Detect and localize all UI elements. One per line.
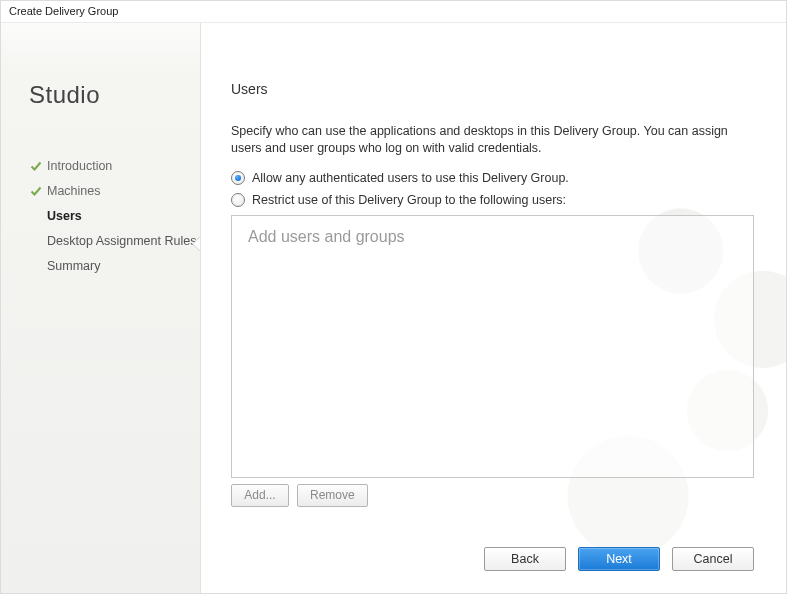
radio-icon <box>231 193 245 207</box>
check-icon <box>29 159 43 173</box>
window-title: Create Delivery Group <box>1 1 786 23</box>
list-placeholder: Add users and groups <box>248 228 405 245</box>
wizard-main-panel: Users Specify who can use the applicatio… <box>201 23 786 593</box>
radio-label: Allow any authenticated users to use thi… <box>252 171 569 185</box>
nav-step-summary[interactable]: Summary <box>29 259 201 273</box>
nav-label: Users <box>47 209 82 223</box>
radio-icon <box>231 171 245 185</box>
next-button[interactable]: Next <box>578 547 660 571</box>
nav-label: Desktop Assignment Rules <box>47 234 196 248</box>
wizard-body: Studio Introduction Machines Users Deskt… <box>1 23 786 593</box>
radio-restrict[interactable]: Restrict use of this Delivery Group to t… <box>231 193 754 207</box>
page-heading: Users <box>231 81 754 97</box>
page-instruction: Specify who can use the applications and… <box>231 123 741 157</box>
nav-step-users[interactable]: Users <box>29 209 201 223</box>
nav-step-introduction[interactable]: Introduction <box>29 159 201 173</box>
nav-label: Introduction <box>47 159 112 173</box>
brand-title: Studio <box>29 81 201 109</box>
user-list[interactable]: Add users and groups <box>231 215 754 478</box>
nav-label: Machines <box>47 184 101 198</box>
remove-button[interactable]: Remove <box>297 484 368 507</box>
check-icon <box>29 184 43 198</box>
radio-allow-any[interactable]: Allow any authenticated users to use thi… <box>231 171 754 185</box>
back-button[interactable]: Back <box>484 547 566 571</box>
nav-step-machines[interactable]: Machines <box>29 184 201 198</box>
list-button-row: Add... Remove <box>231 484 754 507</box>
cancel-button[interactable]: Cancel <box>672 547 754 571</box>
nav-step-desktop-rules[interactable]: Desktop Assignment Rules <box>29 234 201 248</box>
radio-label: Restrict use of this Delivery Group to t… <box>252 193 566 207</box>
wizard-footer: Back Next Cancel <box>484 547 754 571</box>
wizard-sidebar: Studio Introduction Machines Users Deskt… <box>1 23 201 593</box>
nav-label: Summary <box>47 259 100 273</box>
wizard-window: Create Delivery Group Studio Introductio… <box>0 0 787 594</box>
add-button[interactable]: Add... <box>231 484 289 507</box>
